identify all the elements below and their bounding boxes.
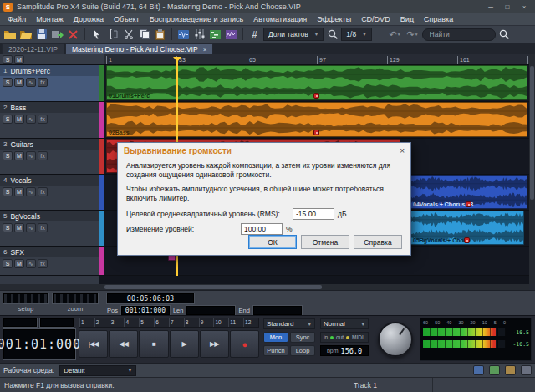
marker-number[interactable]: 3 — [110, 318, 125, 327]
track-fx-icon[interactable]: fx — [38, 115, 48, 124]
marker-number[interactable]: 5 — [139, 318, 154, 327]
setup-presets-display[interactable] — [3, 293, 48, 303]
redo-icon[interactable]: ↷▾ — [405, 29, 420, 40]
monitor-button[interactable]: Mon — [263, 332, 288, 343]
grid-value-dropdown[interactable]: 1/8▼ — [341, 28, 371, 41]
undo-icon[interactable]: ↶▾ — [387, 29, 403, 40]
track-name[interactable]: 5BgVocals — [0, 211, 99, 221]
mixer-icon[interactable] — [192, 28, 206, 42]
loop-button[interactable]: Loop — [290, 345, 315, 356]
track-mute-button[interactable]: M — [14, 78, 24, 87]
track-lane[interactable]: 02Bass — [104, 102, 529, 138]
audio-clip[interactable]: 02Bass — [106, 102, 527, 137]
track-lane[interactable]: 01Drums+Perc — [104, 65, 529, 101]
track-solo-button[interactable]: S — [3, 223, 13, 232]
track-mute-button[interactable]: M — [14, 187, 24, 196]
marker-number[interactable]: 8 — [184, 318, 199, 327]
mixer-toggle-icon[interactable] — [473, 365, 484, 375]
go-to-start-button[interactable]: |◀◀ — [79, 330, 108, 358]
object-anchor-icon[interactable] — [464, 237, 470, 243]
audio-clip[interactable]: 04Vocals + Chorus #3 — [410, 175, 527, 209]
new-project-icon[interactable] — [3, 28, 17, 42]
track-fx-icon[interactable]: fx — [38, 151, 48, 160]
scrollbar-thumb[interactable] — [104, 285, 322, 289]
mouse-mode-icon[interactable] — [89, 28, 104, 42]
playhead-marker[interactable] — [173, 57, 181, 66]
range-mode-icon[interactable] — [105, 28, 120, 42]
audio-clip[interactable]: 01Drums+Perc — [106, 65, 527, 100]
track-fx-icon[interactable]: fx — [38, 223, 48, 232]
track-automation-icon[interactable]: ∿ — [26, 223, 36, 232]
track-automation-icon[interactable]: ∿ — [26, 78, 36, 87]
track-name[interactable]: 2Bass — [0, 102, 99, 113]
menu-item-edit[interactable]: Монтаж — [31, 13, 69, 25]
track-name[interactable]: 3Guitars — [0, 139, 99, 150]
track-solo-button[interactable]: S — [3, 78, 13, 87]
track-solo-button[interactable]: S — [3, 187, 13, 196]
menu-item-playback-record[interactable]: Воспроизведение и запись — [145, 13, 249, 25]
object-anchor-icon[interactable] — [313, 93, 319, 99]
search-input[interactable] — [422, 28, 496, 41]
marker-number[interactable]: 4 — [124, 318, 139, 327]
vertical-scrollbar[interactable] — [529, 54, 535, 284]
track-mute-button[interactable]: M — [14, 151, 24, 160]
tab-close-icon[interactable]: × — [203, 46, 207, 53]
track-automation-icon[interactable]: ∿ — [26, 259, 36, 268]
track-name[interactable]: 4Vocals — [0, 175, 99, 186]
play-mode-dropdown[interactable]: Standard▼ — [263, 318, 315, 329]
ok-button[interactable]: ОК — [248, 235, 297, 249]
cancel-button[interactable]: Отмена — [301, 235, 349, 249]
paste-icon[interactable] — [153, 28, 167, 42]
menu-item-effects[interactable]: Эффекты — [312, 13, 356, 25]
scrollbar-thumb[interactable] — [530, 66, 534, 200]
all-mute-button[interactable]: M — [14, 55, 24, 64]
track-fx-icon[interactable]: fx — [38, 187, 48, 196]
stop-button[interactable]: ■ — [139, 330, 168, 358]
search-icon[interactable] — [497, 28, 512, 42]
play-button[interactable]: ▶ — [170, 330, 199, 358]
track-header[interactable]: 4Vocals SM∿fx — [0, 175, 99, 210]
track-fx-icon[interactable]: fx — [38, 78, 48, 87]
export-icon[interactable] — [50, 28, 64, 42]
gain-input[interactable] — [241, 223, 283, 235]
document-tab-1[interactable]: Mastering Demo - Pick And Choose.VIP× — [65, 43, 213, 54]
docker-toggle-icon[interactable] — [521, 365, 532, 375]
bpm-display[interactable]: bpm156.0 — [320, 345, 369, 356]
forward-button[interactable]: ▶▶ — [200, 330, 229, 358]
minimize-button[interactable]: ─ — [483, 2, 498, 12]
marker-number[interactable]: 12 — [243, 318, 258, 327]
sync-button[interactable]: Sync — [290, 332, 315, 343]
audio-clip[interactable]: 05BgVocals + Choru — [410, 211, 524, 245]
playback-speed-knob[interactable] — [378, 322, 413, 357]
save-project-icon[interactable] — [34, 28, 48, 42]
track-mute-button[interactable]: M — [14, 223, 24, 232]
rewind-button[interactable]: ◀◀ — [109, 330, 138, 358]
track-header[interactable]: 6SFX SM∿fx — [0, 247, 99, 275]
grid-icon[interactable]: # — [247, 28, 262, 42]
workspace-dropdown[interactable]: Default▼ — [59, 365, 136, 376]
menu-item-view[interactable]: Вид — [395, 13, 419, 25]
menu-item-help[interactable]: Справка — [419, 13, 458, 25]
track-automation-icon[interactable]: ∿ — [26, 187, 36, 196]
marker-number[interactable]: 9 — [199, 318, 214, 327]
object-anchor-icon[interactable] — [313, 130, 319, 135]
visualization-icon[interactable] — [224, 28, 238, 42]
maximize-button[interactable]: □ — [500, 2, 515, 12]
menu-item-track[interactable]: Дорожка — [69, 13, 109, 25]
track-name[interactable]: 6SFX — [0, 247, 99, 257]
zoom-icon[interactable] — [325, 28, 339, 42]
object-anchor-icon[interactable] — [466, 201, 471, 207]
tempo-mode-dropdown[interactable]: Normal▼ — [320, 318, 369, 329]
midi-editor-icon[interactable] — [208, 28, 222, 42]
menu-item-file[interactable]: Файл — [3, 13, 31, 25]
dialog-title-bar[interactable]: Выравнивание громкости × — [118, 143, 410, 159]
zoom-presets-display[interactable] — [53, 293, 98, 303]
open-project-icon[interactable] — [18, 28, 33, 42]
snap-mode-dropdown[interactable]: Доли тактов▼ — [263, 28, 324, 41]
track-fx-icon[interactable]: fx — [38, 259, 48, 268]
marker-number[interactable]: 7 — [169, 318, 184, 327]
track-solo-button[interactable]: S — [3, 115, 13, 124]
punch-button[interactable]: Punch — [263, 345, 288, 356]
help-button[interactable]: Справка — [354, 235, 402, 249]
track-mute-button[interactable]: M — [14, 259, 24, 268]
